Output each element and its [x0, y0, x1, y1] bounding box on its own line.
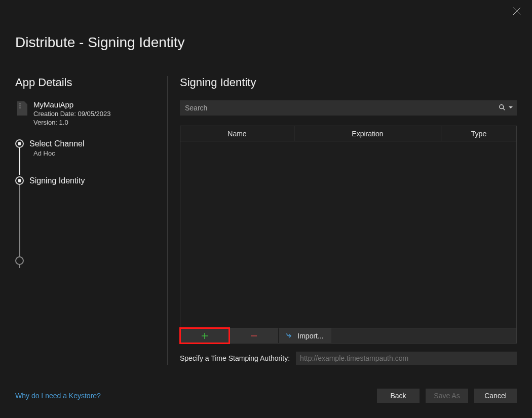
right-panel: Signing Identity Name Expiration Type — [180, 76, 517, 365]
left-panel: App Details MyMauiApp Creation Date: 09/… — [15, 76, 167, 365]
import-button-label: Import... — [297, 332, 323, 340]
step-connector-line — [19, 177, 20, 268]
app-details-heading: App Details — [15, 76, 167, 89]
step-signing-identity[interactable]: Signing Identity — [29, 176, 167, 185]
timestamp-authority-row: Specify a Time Stamping Authority: — [180, 352, 517, 365]
import-identity-button[interactable]: Import... — [279, 328, 331, 343]
vertical-divider — [167, 76, 168, 365]
remove-identity-button[interactable] — [230, 328, 279, 343]
footer-buttons: Back Save As Cancel — [377, 389, 517, 403]
signing-identity-heading: Signing Identity — [180, 76, 517, 89]
step-select-channel[interactable]: Select Channel Ad Hoc — [29, 139, 167, 157]
svg-rect-4 — [19, 107, 21, 108]
app-creation-date: Creation Date: 09/05/2023 — [33, 110, 111, 118]
back-button[interactable]: Back — [377, 389, 420, 403]
search-input[interactable] — [185, 104, 500, 112]
step-dot-icon — [15, 139, 24, 148]
archive-icon — [15, 101, 27, 116]
svg-point-5 — [500, 105, 504, 109]
page-title: Distribute - Signing Identity — [15, 34, 185, 51]
search-field-wrapper — [180, 100, 517, 116]
cancel-button[interactable]: Cancel — [474, 389, 517, 403]
step-connector-line — [19, 145, 20, 175]
close-icon — [513, 7, 521, 15]
keystore-help-link[interactable]: Why do I need a Keystore? — [15, 392, 101, 400]
timestamp-authority-label: Specify a Time Stamping Authority: — [180, 354, 290, 362]
app-version: Version: 1.0 — [33, 119, 111, 126]
grid-toolbar: Import... — [180, 328, 516, 343]
svg-line-6 — [503, 108, 505, 110]
toolbar-spacer — [331, 328, 516, 343]
step-dot-empty-icon — [15, 256, 24, 265]
step-select-channel-sub: Ad Hoc — [33, 149, 167, 157]
import-arrow-icon — [286, 333, 293, 339]
column-header-type[interactable]: Type — [441, 126, 516, 141]
save-as-button[interactable]: Save As — [426, 389, 468, 403]
minus-icon — [251, 333, 257, 339]
timestamp-authority-input[interactable] — [296, 352, 517, 365]
grid-body-empty[interactable] — [180, 141, 516, 328]
caret-down-icon[interactable] — [509, 106, 513, 108]
svg-rect-2 — [19, 103, 21, 104]
column-header-name[interactable]: Name — [180, 126, 294, 141]
grid-header: Name Expiration Type — [180, 126, 516, 141]
step-signing-identity-title: Signing Identity — [29, 176, 167, 185]
footer: Why do I need a Keystore? Back Save As C… — [15, 389, 517, 403]
main-content: App Details MyMauiApp Creation Date: 09/… — [15, 76, 517, 365]
step-select-channel-title: Select Channel — [29, 139, 167, 148]
add-identity-button[interactable] — [180, 328, 230, 343]
wizard-steps: Select Channel Ad Hoc Signing Identity — [15, 139, 167, 267]
column-header-expiration[interactable]: Expiration — [294, 126, 441, 141]
app-name: MyMauiApp — [33, 100, 111, 109]
identity-grid: Name Expiration Type — [180, 126, 517, 344]
search-icon[interactable] — [499, 104, 506, 111]
svg-rect-3 — [19, 105, 21, 106]
step-future — [29, 256, 167, 267]
app-summary: MyMauiApp Creation Date: 09/05/2023 Vers… — [15, 100, 167, 126]
plus-icon — [202, 333, 208, 339]
step-dot-icon — [15, 176, 24, 185]
close-button[interactable] — [513, 7, 521, 15]
